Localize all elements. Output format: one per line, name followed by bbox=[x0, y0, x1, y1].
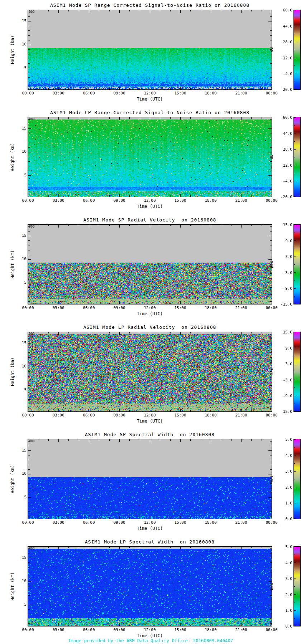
x-tick-label: 09:00 bbox=[111, 198, 127, 203]
x-tick-label: 00:00 bbox=[264, 628, 280, 632]
colorbar-tick bbox=[294, 133, 296, 133]
colorbar-minor-tick bbox=[294, 447, 295, 448]
colorbar-tick-label: 9.0 bbox=[278, 346, 292, 351]
y-tick-label: 15 bbox=[14, 19, 27, 23]
colorbar-tick bbox=[294, 626, 296, 626]
colorbar-tick bbox=[294, 117, 296, 118]
colorbar-tick bbox=[294, 10, 296, 10]
colorbar-tick-label: 0.0 bbox=[278, 624, 292, 629]
colorbar-tick-label: 3.0 bbox=[278, 254, 292, 259]
colorbar-tick-label: 2.0 bbox=[278, 485, 292, 490]
colorbar-minor-tick bbox=[294, 340, 295, 340]
colorbar-minor-tick bbox=[294, 233, 295, 233]
colorbar-tick bbox=[294, 503, 296, 503]
colorbar-minor-tick bbox=[294, 555, 295, 555]
x-tick-label: 09:00 bbox=[111, 520, 127, 525]
colorbar-tick bbox=[294, 304, 296, 304]
colorbar-unit-container: dB bbox=[269, 117, 274, 196]
colorbar-tick-label: 5.0 bbox=[278, 437, 292, 442]
y-tick-label: 5 bbox=[14, 602, 27, 607]
y-tick-label: 15 bbox=[14, 555, 27, 560]
colorbar-tick bbox=[294, 518, 296, 519]
colorbar bbox=[293, 546, 301, 626]
dqo-watermark: DQO bbox=[29, 118, 35, 121]
panel-lp_sw: ASIM1 Mode LP Spectral Width on 20160808… bbox=[0, 537, 301, 644]
y-tick-label: 5 bbox=[14, 387, 27, 392]
x-tick-label: 00:00 bbox=[20, 628, 36, 632]
colorbar-minor-tick bbox=[294, 280, 295, 280]
x-tick-label: 03:00 bbox=[51, 91, 66, 96]
x-tick-label: 21:00 bbox=[233, 91, 249, 96]
x-tick-label: 15:00 bbox=[172, 306, 188, 310]
colorbar-tick bbox=[294, 181, 296, 181]
x-tick-label: 18:00 bbox=[203, 198, 219, 203]
y-tick-label: 15 bbox=[14, 126, 27, 131]
x-tick-label: 15:00 bbox=[172, 91, 188, 96]
colorbar-minor-tick bbox=[294, 249, 295, 249]
colorbar-tick-label: -9.0 bbox=[278, 394, 292, 398]
colorbar-tick bbox=[294, 364, 296, 364]
x-tick-label: 15:00 bbox=[172, 628, 188, 632]
x-tick-label: 03:00 bbox=[51, 628, 66, 632]
colorbar-tick-label: -15.0 bbox=[278, 302, 292, 307]
dqo-watermark: DQO bbox=[29, 332, 35, 336]
x-tick-label: 03:00 bbox=[51, 306, 66, 310]
x-tick-label: 03:00 bbox=[51, 520, 66, 525]
y-tick-label: 5 bbox=[14, 65, 27, 70]
colorbar-tick-label: -9.0 bbox=[278, 286, 292, 291]
x-tick-label: 18:00 bbox=[203, 628, 219, 632]
footer-credit: Image provided by the ARM Data Quality O… bbox=[0, 638, 301, 643]
colorbar-tick-label: -15.0 bbox=[278, 409, 292, 414]
x-tick-label: 03:00 bbox=[51, 413, 66, 418]
colorbar-tick bbox=[294, 610, 296, 611]
x-tick-label: 18:00 bbox=[203, 413, 219, 418]
colorbar-minor-tick bbox=[294, 65, 295, 66]
colorbar-minor-tick bbox=[294, 34, 295, 34]
panel-title: ASIM1 Mode SP Range Corrected Signal-to-… bbox=[28, 3, 272, 8]
colorbar bbox=[293, 439, 301, 519]
panel-title: ASIM1 Mode SP Spectral Width on 20160808 bbox=[28, 432, 272, 437]
colorbar-tick-label: 5.0 bbox=[278, 545, 292, 549]
colorbar-tick bbox=[294, 332, 296, 332]
colorbar-minor-tick bbox=[294, 372, 295, 372]
colorbar-tick-label: -20.0 bbox=[278, 87, 292, 92]
x-tick-label: 00:00 bbox=[264, 198, 280, 203]
colorbar-tick-label: 60.0 bbox=[278, 8, 292, 13]
colorbar-tick-label: 60.0 bbox=[278, 115, 292, 120]
y-axis-label: Height (km) bbox=[10, 250, 15, 278]
colorbar-tick-label: 1.0 bbox=[278, 501, 292, 506]
colorbar-unit-container: dB bbox=[269, 10, 274, 89]
x-tick-label: 09:00 bbox=[111, 306, 127, 310]
colorbar-tick-label: 44.0 bbox=[278, 24, 292, 29]
colorbar-tick bbox=[294, 594, 296, 595]
colorbar-unit: m/s bbox=[269, 475, 274, 482]
y-tick-label: 10 bbox=[14, 257, 27, 261]
x-tick-label: 00:00 bbox=[20, 413, 36, 418]
x-tick-label: 09:00 bbox=[111, 91, 127, 96]
colorbar-minor-tick bbox=[294, 173, 295, 173]
colorbar-tick-label: 12.0 bbox=[278, 56, 292, 60]
x-tick-label: 06:00 bbox=[81, 413, 97, 418]
panel-title: ASIM1 Mode LP Radial Velocity on 2016080… bbox=[28, 325, 272, 330]
colorbar-tick-label: -3.0 bbox=[278, 378, 292, 382]
colorbar-unit-container: m/s bbox=[269, 439, 274, 518]
colorbar bbox=[293, 10, 301, 90]
colorbar-tick-label: 4.0 bbox=[278, 561, 292, 565]
colorbar-tick-label: 3.0 bbox=[278, 576, 292, 581]
x-tick-label: 00:00 bbox=[20, 306, 36, 310]
colorbar-unit-container: m/s bbox=[269, 546, 274, 626]
colorbar-unit: m/s bbox=[269, 368, 274, 375]
x-tick-label: 21:00 bbox=[233, 306, 249, 310]
x-tick-label: 12:00 bbox=[142, 198, 158, 203]
colorbar-tick bbox=[294, 196, 296, 197]
colorbar-tick-label: 15.0 bbox=[278, 330, 292, 335]
x-tick-label: 12:00 bbox=[142, 520, 158, 525]
colorbar-tick bbox=[294, 411, 296, 411]
colorbar-minor-tick bbox=[294, 511, 295, 511]
colorbar-tick bbox=[294, 579, 296, 579]
x-tick-label: 00:00 bbox=[264, 91, 280, 96]
colorbar-tick-label: -4.0 bbox=[278, 179, 292, 184]
colorbar-minor-tick bbox=[294, 618, 295, 619]
colorbar-tick-label: -20.0 bbox=[278, 195, 292, 199]
colorbar-unit: dB bbox=[269, 154, 274, 159]
